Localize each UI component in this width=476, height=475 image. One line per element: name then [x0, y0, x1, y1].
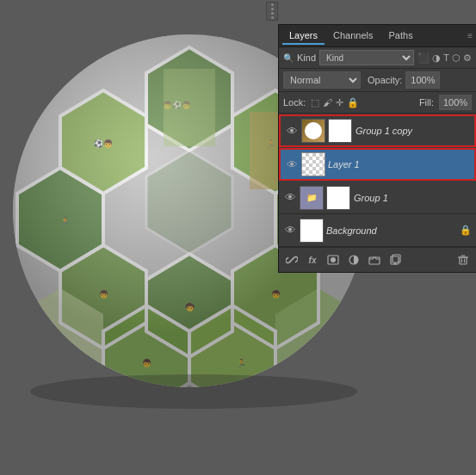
filter-row: 🔍 Kind Kind ⬛ ◑ T ⬡ ⚙	[279, 47, 476, 69]
filter-search-icon: 🔍	[283, 53, 294, 63]
layer-visibility-background[interactable]: 👁	[283, 224, 297, 237]
fill-label: Fill:	[419, 97, 434, 108]
shape-filter-icon[interactable]: ⬡	[452, 52, 461, 64]
svg-rect-43	[369, 257, 380, 264]
tab-paths[interactable]: Paths	[382, 28, 420, 45]
layer-row-layer1[interactable]: 👁 Layer 1	[279, 148, 476, 181]
filter-kind-dropdown[interactable]: Kind	[319, 50, 414, 65]
smart-filter-icon[interactable]: ⚙	[463, 52, 472, 64]
add-mask-icon[interactable]	[325, 251, 342, 268]
layer-row-background[interactable]: 👁 Background 🔒	[279, 214, 476, 247]
fill-input[interactable]	[439, 95, 472, 110]
svg-rect-48	[460, 257, 467, 264]
group-layers-icon[interactable]	[366, 251, 383, 268]
fx-label: fx	[309, 256, 317, 265]
opacity-label: Opacity:	[368, 75, 402, 85]
layer-locked-icon: 🔒	[460, 225, 472, 236]
blend-mode-dropdown[interactable]: Normal	[283, 71, 361, 89]
canvas-area: 👦⚽👦 🏃🏃 ⚽👦 👦👦 🏃 👦 👦 🧒 👦 🏃	[0, 0, 476, 475]
lock-label: Lock:	[283, 97, 306, 108]
layer-name-group1: Group 1	[354, 193, 472, 203]
panel-collapse-button[interactable]: ≡	[467, 31, 473, 40]
svg-point-41	[331, 257, 336, 262]
layer-visibility-group1copy[interactable]: 👁	[285, 125, 299, 138]
layer-thumb-background	[300, 219, 324, 243]
panel-tabs: Layers Channels Paths ≡	[279, 25, 476, 47]
layer-visibility-layer1[interactable]: 👁	[285, 158, 299, 171]
delete-layer-icon[interactable]	[454, 251, 472, 268]
lock-all-icon[interactable]: 🔒	[347, 97, 359, 108]
filter-icons: ⬛ ◑ T ⬡ ⚙	[417, 52, 472, 64]
layer-thumb-layer1	[301, 152, 325, 176]
new-layer-icon[interactable]	[386, 251, 404, 268]
link-layers-icon[interactable]	[283, 251, 300, 268]
panel-grip[interactable]	[266, 2, 278, 21]
layers-list: 👁 Group 1 copy 👁 Layer 1 👁 📁	[279, 114, 476, 247]
layers-panel: Layers Channels Paths ≡ 🔍 Kind Kind ⬛ ◑ …	[278, 24, 476, 273]
svg-rect-45	[393, 255, 400, 262]
panel-bottom-toolbar: fx	[279, 247, 476, 272]
layer-row-group1copy[interactable]: 👁 Group 1 copy	[279, 114, 476, 147]
adjustment-layer-icon[interactable]	[345, 251, 362, 268]
pixel-filter-icon[interactable]: ⬛	[417, 52, 430, 64]
tab-channels[interactable]: Channels	[326, 28, 380, 45]
blend-opacity-row: Normal Opacity:	[279, 69, 476, 92]
lock-brush-icon[interactable]: 🖌	[323, 97, 332, 108]
lock-move-icon[interactable]: ✛	[336, 97, 343, 108]
layer-name-group1copy: Group 1 copy	[355, 126, 470, 136]
layer-name-layer1: Layer 1	[328, 159, 470, 170]
svg-point-38	[30, 374, 357, 409]
fx-icon[interactable]: fx	[304, 251, 321, 268]
adjustment-filter-icon[interactable]: ◑	[432, 52, 441, 64]
opacity-input[interactable]	[405, 71, 440, 89]
tab-layers[interactable]: Layers	[282, 28, 325, 45]
type-filter-icon[interactable]: T	[443, 52, 449, 63]
lock-transparent-icon[interactable]: ⬚	[311, 97, 319, 108]
layer-mask-group1	[326, 186, 350, 210]
filter-kind-label: Kind	[297, 52, 316, 63]
layer-name-background: Background	[326, 225, 460, 236]
panel-tabs-left: Layers Channels Paths	[282, 28, 420, 45]
svg-line-39	[290, 258, 294, 262]
layer-thumb-group1: 📁	[300, 186, 324, 210]
layer-row-group1[interactable]: 👁 📁 Group 1	[279, 182, 476, 214]
lock-icons: ⬚ 🖌 ✛ 🔒	[311, 97, 359, 108]
layer-visibility-group1[interactable]: 👁	[283, 191, 297, 204]
lock-row: Lock: ⬚ 🖌 ✛ 🔒 Fill:	[279, 92, 476, 114]
layer-mask-group1copy	[328, 119, 352, 143]
layer-thumb-group1copy	[301, 119, 325, 143]
